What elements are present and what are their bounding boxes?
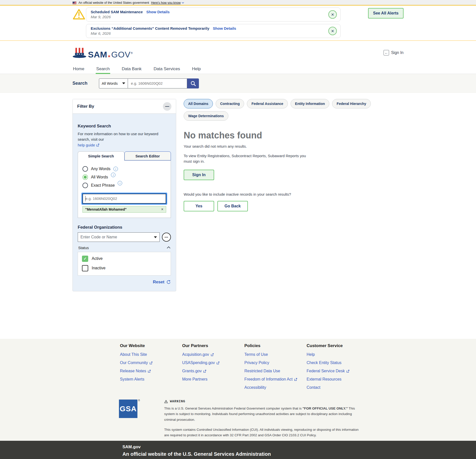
footer-link-grants-gov[interactable]: Grants.gov [182, 369, 244, 373]
footer-link-contact[interactable]: Contact [307, 385, 369, 390]
tab-simple-search[interactable]: Simple Search [78, 151, 124, 161]
federal-org-input[interactable] [78, 232, 160, 242]
warning-title: WARNING [170, 400, 185, 403]
checkbox-checked-icon[interactable]: ✓ [82, 256, 88, 262]
radio-any-words[interactable]: Any Words i [82, 166, 166, 172]
help-guide-link[interactable]: help guide [78, 143, 99, 147]
close-alert-button[interactable]: × [328, 10, 337, 19]
results-sign-in-button[interactable]: Sign In [184, 170, 214, 180]
svg-text:★ ★ ★: ★ ★ ★ [76, 53, 83, 55]
uncle-sam-hat-icon: ★ ★ ★ [72, 47, 86, 59]
top-search-input[interactable] [128, 78, 187, 88]
sam-gov-logo[interactable]: ★ ★ ★ SAM★GOV® [72, 47, 133, 59]
domain-tab-federal-assistance[interactable]: Federal Assistance [247, 99, 288, 108]
checkbox-label: Active [92, 256, 103, 261]
footer-link-label: System Alerts [120, 377, 144, 382]
how-you-know-label: Here's how you know [151, 1, 181, 4]
keyword-chip: "MennatAllah Mohamed" × [82, 206, 166, 213]
site-header: ★ ★ ★ SAM★GOV® ← Sign In [0, 41, 476, 64]
domain-tab-all-domains[interactable]: All Domains [184, 99, 213, 108]
radio-circle[interactable] [82, 166, 88, 172]
footer-link-label: Freedom of Information Act [244, 377, 293, 382]
domain-tab-wage-determinations[interactable]: Wage Determinations [184, 111, 228, 121]
alert-date: Mar 9, 2026 [91, 15, 324, 19]
chip-label: "MennatAllah Mohamed" [85, 207, 127, 211]
collapse-filters-button[interactable]: — [163, 102, 171, 111]
see-all-alerts-button[interactable]: See All Alerts [368, 8, 404, 18]
main-nav: Home Search Data Bank Data Services Help [0, 64, 476, 74]
keyword-search-input[interactable] [83, 194, 166, 203]
nav-item-search[interactable]: Search [96, 64, 110, 74]
magnifier-icon [190, 80, 196, 86]
footer-link-federal-service-desk[interactable]: Federal Service Desk [307, 369, 369, 373]
radio-label: All Words [91, 175, 108, 179]
footer-link-label: Contact [307, 385, 320, 390]
footer-col-heading: Our Partners [182, 343, 244, 348]
footer-link-label: Terms of Use [244, 352, 268, 357]
radio-circle[interactable] [82, 183, 88, 188]
org-more-options-button[interactable]: ••• [162, 233, 171, 242]
federal-organizations-heading: Federal Organizations [78, 225, 171, 230]
footer-link-help[interactable]: Help [307, 352, 369, 357]
refresh-icon[interactable] [166, 280, 171, 284]
caret-down-icon[interactable] [154, 236, 157, 238]
radio-all-words[interactable]: All Words i [82, 174, 166, 180]
info-icon[interactable]: i [118, 181, 122, 185]
checkbox-inactive[interactable]: Inactive [82, 265, 167, 271]
chip-remove-icon[interactable]: × [161, 207, 163, 211]
checkbox-label: Inactive [92, 266, 105, 270]
keyword-info-text: For more information on how to use our k… [78, 131, 171, 142]
footer-link-privacy-policy[interactable]: Privacy Policy [244, 361, 307, 365]
footer-link-check-entity-status[interactable]: Check Entity Status [307, 361, 369, 365]
footer-link-label: About This Site [120, 352, 147, 357]
domain-tab-federal-hierarchy[interactable]: Federal Hierarchy [332, 99, 371, 108]
sign-in-link[interactable]: ← Sign In [384, 50, 404, 55]
footer-link-accessibility[interactable]: Accessibility [244, 385, 307, 390]
footer-link-more-partners[interactable]: More Partners [182, 377, 244, 382]
alert-card-maintenance: Scheduled SAM Maintenance Show Details M… [86, 7, 341, 21]
footer-link-our-community[interactable]: Our Community [120, 361, 182, 365]
checkbox-unchecked-icon[interactable] [82, 265, 88, 271]
footer-link-external-resources[interactable]: External Resources [307, 377, 369, 382]
chevron-up-icon[interactable] [167, 246, 170, 250]
go-back-button[interactable]: Go Back [217, 201, 248, 211]
external-link-icon [346, 370, 350, 373]
search-type-select[interactable]: All Words [99, 78, 128, 88]
footer-col-heading: Policies [244, 343, 307, 348]
checkbox-active[interactable]: ✓ Active [82, 256, 167, 262]
nav-item-data-services[interactable]: Data Services [153, 64, 181, 74]
info-icon[interactable]: i [111, 173, 115, 177]
footer-link-about-this-site[interactable]: About This Site [120, 352, 182, 357]
footer-link-restricted-data-use[interactable]: Restricted Data Use [244, 369, 307, 373]
domain-tab-contracting[interactable]: Contracting [216, 99, 244, 108]
gsa-logo-text: GSA [119, 400, 137, 418]
external-link-icon [216, 361, 220, 365]
nav-item-home[interactable]: Home [72, 64, 85, 74]
radio-exact-phrase[interactable]: Exact Phrase i [82, 183, 166, 188]
footer-col-our-website: Our Website About This Site Our Communit… [120, 343, 182, 394]
yes-button[interactable]: Yes [184, 201, 214, 211]
close-alert-button[interactable]: × [328, 27, 337, 35]
footer-link-foia[interactable]: Freedom of Information Act [244, 377, 307, 382]
how-you-know-link[interactable]: Here's how you know [151, 1, 184, 4]
footer-official-text: An official website of the U.S. General … [122, 451, 476, 457]
show-details-link[interactable]: Show Details [146, 10, 169, 14]
radio-circle-checked[interactable] [82, 174, 88, 180]
include-inactive-question: Would you like to include inactive recor… [184, 192, 404, 196]
domain-tab-entity-information[interactable]: Entity Information [291, 99, 330, 108]
help-guide-label: help guide [78, 143, 95, 147]
footer-link-terms-of-use[interactable]: Terms of Use [244, 352, 307, 357]
nav-item-data-bank[interactable]: Data Bank [121, 64, 142, 74]
footer-link-usaspending-gov[interactable]: USASpending.gov [182, 361, 244, 365]
info-icon[interactable]: i [113, 167, 118, 171]
footer-link-release-notes[interactable]: Release Notes [120, 369, 182, 373]
tab-search-editor[interactable]: Search Editor [124, 151, 171, 160]
main-content: Filter By — Keyword Search For more info… [0, 93, 476, 339]
reset-filters-link[interactable]: Reset [153, 280, 164, 285]
search-submit-button[interactable] [187, 78, 199, 88]
footer-link-system-alerts[interactable]: System Alerts [120, 377, 182, 382]
show-details-link[interactable]: Show Details [213, 26, 236, 30]
external-link-icon [211, 353, 214, 356]
footer-link-acquisition-gov[interactable]: Acquisition.gov [182, 352, 244, 357]
nav-item-help[interactable]: Help [191, 64, 201, 74]
